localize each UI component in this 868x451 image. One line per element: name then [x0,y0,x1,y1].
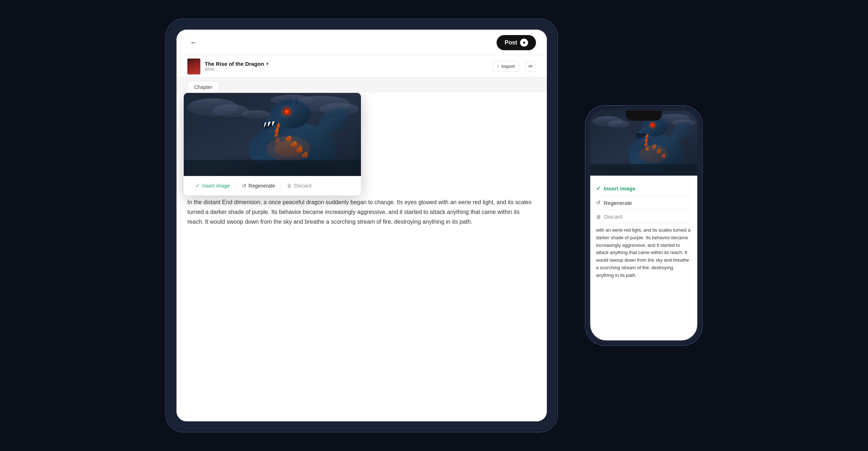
phone-device: ✓ Insert image ↺ Regenerate 🗑 Discard wi… [586,106,702,345]
scene: ← Post The Rise of the Dragon ▾ Writ [0,0,868,451]
phone-screen: ✓ Insert image ↺ Regenerate 🗑 Discard wi… [590,111,697,340]
svg-point-16 [245,162,339,176]
popup-image [184,93,361,176]
discard-label: Discard [294,183,311,189]
discard-button[interactable]: 🗑 Discard [281,180,317,192]
phone-regenerate-label: Regenerate [604,200,632,206]
trash-icon: 🗑 [287,183,292,189]
back-arrow-icon: ← [190,38,198,47]
insert-image-label: Insert image [202,183,230,189]
check-icon: ✓ [195,182,200,189]
insert-image-button[interactable]: ✓ Insert image [190,180,236,192]
tablet-device: ← Post The Rise of the Dragon ▾ Writ [166,20,557,431]
svg-point-6 [242,110,271,119]
tablet-content: The [176,93,547,421]
regenerate-button[interactable]: ↺ Regenerate [236,180,281,192]
popup-actions: ✓ Insert image ↺ Regenerate 🗑 Discard [184,176,361,196]
edit-icon: ✏ [528,63,533,70]
regenerate-label: Regenerate [248,183,275,189]
phone-content: ✓ Insert image ↺ Regenerate 🗑 Discard wi… [590,176,697,340]
chevron-down-icon[interactable]: ▾ [266,61,268,66]
book-info: The Rise of the Dragon ▾ Writir... [205,61,492,72]
tablet-screen: ← Post The Rise of the Dragon ▾ Writ [176,30,547,421]
tablet-header: ← Post [176,30,547,56]
phone-regenerate-icon: ↺ [596,199,601,206]
book-actions: ↑ Import ✏ [492,61,536,72]
chapter-tabs: Chapter [176,77,547,93]
import-button[interactable]: ↑ Import [492,61,519,72]
back-button[interactable]: ← [187,36,200,49]
post-button[interactable]: Post [497,35,536,50]
import-label: Import [501,64,515,69]
svg-point-19 [608,120,629,128]
phone-notch [626,111,662,121]
edit-button[interactable]: ✏ [525,61,536,72]
post-label: Post [505,39,517,46]
svg-point-14 [274,141,303,157]
phone-check-icon: ✓ [596,185,601,192]
svg-point-25 [651,124,654,126]
image-popup: ✓ Insert image ↺ Regenerate 🗑 Discard [184,93,361,196]
svg-point-27 [639,145,668,163]
play-icon [520,39,528,47]
regenerate-icon: ↺ [242,183,246,189]
book-header: The Rise of the Dragon ▾ Writir... ↑ Imp… [176,56,547,77]
phone-trash-icon: 🗑 [596,214,601,220]
book-subtitle: Writir... [205,67,492,72]
phone-regenerate-button[interactable]: ↺ Regenerate [596,196,692,210]
phone-discard-button[interactable]: 🗑 Discard [596,210,692,224]
phone-discard-label: Discard [604,214,622,220]
phone-insert-label: Insert image [604,185,635,192]
phone-body-text: with an eerie red light, and its scales … [596,227,692,279]
svg-point-11 [286,111,288,112]
phone-insert-image-button[interactable]: ✓ Insert image [596,181,692,196]
chapter-tab[interactable]: Chapter [187,81,219,93]
body-text: In the distant End dimension, a once pea… [187,197,536,227]
import-icon: ↑ [497,64,499,69]
svg-rect-28 [590,164,697,176]
book-cover [187,59,200,74]
book-title: The Rise of the Dragon ▾ [205,61,492,67]
